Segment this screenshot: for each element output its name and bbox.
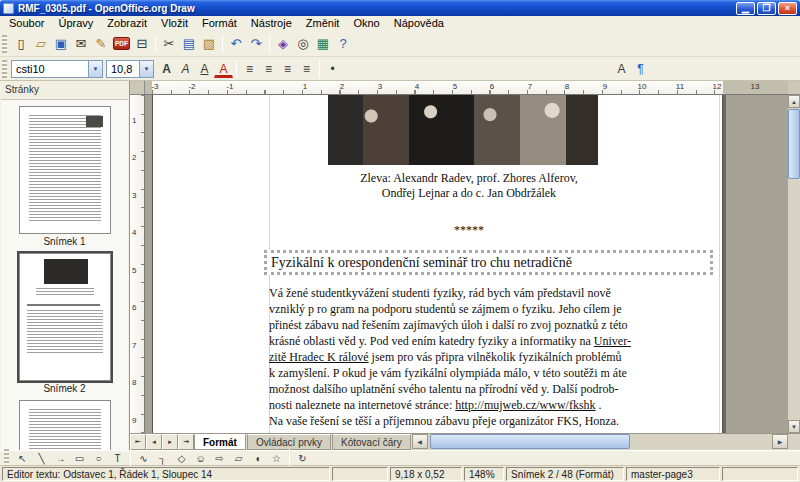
previous-tab-icon[interactable]: ◂ xyxy=(146,434,162,450)
chevron-down-icon[interactable]: ▼ xyxy=(139,61,153,77)
horizontal-scroll-thumb[interactable] xyxy=(430,434,630,449)
scroll-right-icon[interactable]: ▶ xyxy=(772,434,788,449)
drawing-canvas[interactable]: Zleva: Alexandr Radev, prof. Zhores Alfe… xyxy=(145,95,788,433)
status-master-page[interactable]: master-page3 xyxy=(626,467,720,481)
copy-icon[interactable]: ▤ xyxy=(179,34,199,54)
vertical-ruler[interactable]: 1 2 3 4 5 6 7 8 9 xyxy=(130,95,145,433)
rotate-icon[interactable]: ↻ xyxy=(293,451,312,465)
thumbnail-photo-preview xyxy=(44,259,88,284)
scroll-down-icon[interactable]: ▼ xyxy=(788,420,800,433)
menu-format[interactable]: Formát xyxy=(195,16,244,31)
line-icon[interactable]: ╲ xyxy=(32,451,51,465)
character-dialog-icon[interactable]: A xyxy=(612,60,631,78)
cut-icon[interactable]: ✂ xyxy=(159,34,179,54)
toolbar-separator xyxy=(155,35,156,53)
status-zoom[interactable]: 148% xyxy=(464,467,504,481)
font-color-icon[interactable]: A xyxy=(214,62,233,78)
stars-separator[interactable]: ***** xyxy=(249,223,689,238)
group-photo-image[interactable] xyxy=(328,95,598,165)
undo-icon[interactable]: ↶ xyxy=(226,34,246,54)
toolbar-grip[interactable] xyxy=(2,60,7,78)
menu-napoveda[interactable]: Nápověda xyxy=(387,16,451,31)
select-icon[interactable]: ↖ xyxy=(13,451,32,465)
menu-zmenit[interactable]: Změnit xyxy=(299,16,347,31)
horizontal-scrollbar[interactable]: ◀ ▶ xyxy=(412,434,788,450)
basic-shapes-icon[interactable]: ◇ xyxy=(172,451,191,465)
print-icon[interactable]: ⊟ xyxy=(132,34,152,54)
menu-upravy[interactable]: Úpravy xyxy=(51,16,100,31)
document-as-email-icon[interactable]: ✉ xyxy=(71,34,91,54)
layer-tab-format[interactable]: Formát xyxy=(194,434,246,450)
thumbnail-slide-1[interactable] xyxy=(19,106,111,234)
menu-nastroje[interactable]: Nástroje xyxy=(244,16,299,31)
new-document-icon[interactable]: ▯ xyxy=(11,34,31,54)
close-button[interactable]: × xyxy=(778,2,797,15)
stars-icon[interactable]: ☆ xyxy=(267,451,286,465)
align-left-icon[interactable]: ≡ xyxy=(240,60,259,78)
redo-icon[interactable]: ↷ xyxy=(246,34,266,54)
ellipse-icon[interactable]: ○ xyxy=(89,451,108,465)
paste-icon[interactable]: ▧ xyxy=(199,34,219,54)
vertical-scroll-thumb[interactable] xyxy=(788,109,800,179)
bold-icon[interactable]: A xyxy=(157,60,176,78)
menu-zobrazit[interactable]: Zobrazit xyxy=(100,16,154,31)
flowchart-icon[interactable]: ▱ xyxy=(229,451,248,465)
callouts-icon[interactable]: ◖ xyxy=(248,451,267,465)
menu-soubor[interactable]: Soubor xyxy=(2,16,51,31)
italic-icon[interactable]: A xyxy=(176,60,195,78)
minimize-button[interactable]: ▁ xyxy=(736,2,755,15)
justify-icon[interactable]: ≡ xyxy=(297,60,316,78)
toolbar-grip[interactable] xyxy=(2,35,7,53)
block-arrows-icon[interactable]: ⇨ xyxy=(210,451,229,465)
menu-okno[interactable]: Okno xyxy=(346,16,386,31)
vertical-scrollbar[interactable]: ▲ ▼ xyxy=(788,95,800,433)
line-arrow-icon[interactable]: → xyxy=(51,451,70,465)
thumbnail-slide-2[interactable] xyxy=(19,253,111,381)
font-name-combo[interactable]: csti10 ▼ xyxy=(11,60,103,78)
zoom-icon[interactable]: ◎ xyxy=(293,34,313,54)
horizontal-ruler[interactable]: -3 -2 -1 1 2 3 4 5 6 7 8 9 10 11 12 13 xyxy=(145,81,788,95)
menu-vlozit[interactable]: Vložit xyxy=(154,16,195,31)
curve-icon[interactable]: ∿ xyxy=(134,451,153,465)
ruler-number: 11 xyxy=(676,82,684,91)
text-tool-icon[interactable]: T xyxy=(108,451,127,465)
body-line: k zamyšlení. P okud je vám fyzikální oly… xyxy=(269,365,721,381)
toolbar-grip[interactable] xyxy=(4,449,9,467)
last-tab-icon[interactable]: ⇥ xyxy=(178,434,194,450)
next-tab-icon[interactable]: ▸ xyxy=(162,434,178,450)
thumbnail-body-preview xyxy=(27,310,103,354)
navigator-icon[interactable]: ◈ xyxy=(273,34,293,54)
export-pdf-icon[interactable]: PDF xyxy=(113,37,130,50)
paragraph-dialog-icon[interactable]: ¶ xyxy=(631,60,650,78)
body-line: nosti naleznete na internetové stránce: … xyxy=(269,397,721,413)
body-line: Na vaše řešení se těší a příjemnou zábav… xyxy=(269,413,721,429)
photo-caption[interactable]: Zleva: Alexandr Radev, prof. Zhores Alfe… xyxy=(249,171,689,201)
maximize-button[interactable]: ❐ xyxy=(757,2,776,15)
scrollbar-corner xyxy=(788,434,800,450)
heading-text-frame[interactable]: Fyzikální k orespondenční seminář tro ch… xyxy=(264,250,713,275)
scroll-left-icon[interactable]: ◀ xyxy=(412,434,428,449)
edit-file-icon[interactable]: ✎ xyxy=(91,34,111,54)
align-right-icon[interactable]: ≡ xyxy=(278,60,297,78)
document-page[interactable]: Zleva: Alexandr Radev, prof. Zhores Alfe… xyxy=(152,95,723,433)
body-line: krásné oblasti věd y. Pod ved ením kated… xyxy=(269,333,721,349)
scroll-up-icon[interactable]: ▲ xyxy=(788,95,800,108)
underline-icon[interactable]: A xyxy=(195,60,214,78)
rectangle-icon[interactable]: ▭ xyxy=(70,451,89,465)
heading-text: Fyzikální k orespondenční seminář tro ch… xyxy=(271,255,572,271)
layer-tab-dimension-lines[interactable]: Kótovací čáry xyxy=(332,434,411,450)
symbol-shapes-icon[interactable]: ☺ xyxy=(191,451,210,465)
body-text-frame[interactable]: Vá žené studentkyvážení studenti fyziky,… xyxy=(269,285,721,429)
font-size-combo[interactable]: 10,8 ▼ xyxy=(106,60,154,78)
gallery-icon[interactable]: ▦ xyxy=(313,34,333,54)
chevron-down-icon[interactable]: ▼ xyxy=(88,61,102,77)
first-tab-icon[interactable]: ⇤ xyxy=(130,434,146,450)
bullets-icon[interactable]: • xyxy=(323,60,342,78)
connector-icon[interactable]: ┐ xyxy=(153,451,172,465)
thumbnail-slide-3[interactable] xyxy=(19,400,111,450)
align-center-icon[interactable]: ≡ xyxy=(259,60,278,78)
layer-tab-controls[interactable]: Ovládací prvky xyxy=(247,434,331,450)
save-icon[interactable]: ▣ xyxy=(51,34,71,54)
open-icon[interactable]: ▱ xyxy=(31,34,51,54)
help-icon[interactable]: ? xyxy=(333,34,353,54)
